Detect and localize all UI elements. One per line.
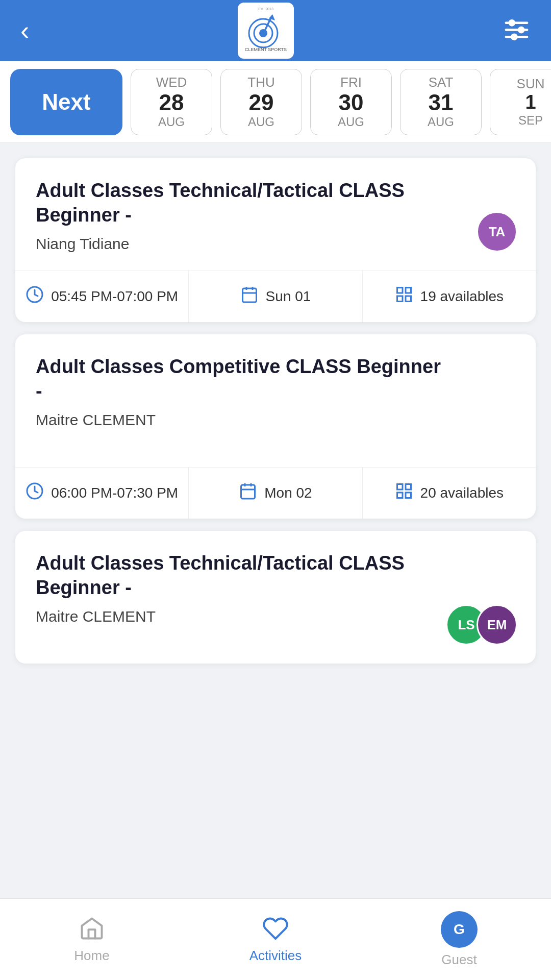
grid-icon-1	[395, 482, 413, 504]
nav-guest[interactable]: G Guest	[408, 911, 510, 968]
date-wed-28[interactable]: WED 28 AUG	[131, 69, 212, 135]
class-date-0: Sun 01	[189, 271, 362, 322]
class-title-0: Adult Classes Technical/Tactical CLASS B…	[36, 179, 443, 227]
svg-point-8	[510, 20, 514, 25]
avatar-group-2: LS EM	[456, 604, 517, 645]
guest-label: Guest	[441, 952, 477, 968]
class-available-0: 19 availables	[363, 271, 536, 322]
svg-point-12	[512, 34, 516, 39]
nav-home[interactable]: Home	[41, 915, 143, 964]
svg-rect-21	[406, 296, 411, 302]
svg-rect-28	[406, 484, 411, 490]
card-footer-0: 05:45 PM-07:00 PM Sun 01 19 availables	[15, 271, 536, 322]
calendar-icon-0	[240, 285, 259, 308]
class-time-0: 05:45 PM-07:00 PM	[15, 271, 189, 322]
home-label: Home	[74, 948, 109, 964]
class-date-1: Mon 02	[189, 468, 362, 519]
date-navigation: Next WED 28 AUG THU 29 AUG FRI 30 AUG SA…	[0, 61, 551, 143]
card-body-2: Adult Classes Technical/Tactical CLASS B…	[15, 531, 536, 664]
class-title-2: Adult Classes Technical/Tactical CLASS B…	[36, 551, 443, 600]
classes-list: Adult Classes Technical/Tactical CLASS B…	[0, 143, 551, 766]
svg-text:Est. 2013: Est. 2013	[258, 7, 273, 11]
svg-rect-23	[241, 485, 255, 499]
header: ‹ CLEMENT SPORTS Est. 2013	[0, 0, 551, 61]
class-instructor-0: Niang Tidiane	[36, 235, 515, 253]
clock-icon	[26, 285, 44, 308]
svg-rect-18	[397, 288, 403, 293]
grid-icon-0	[395, 285, 413, 308]
date-sat-31[interactable]: SAT 31 AUG	[400, 69, 482, 135]
avatar-group-0: TA	[477, 211, 517, 252]
bottom-navigation: Home Activities G Guest	[0, 898, 551, 980]
settings-icon[interactable]	[503, 16, 531, 46]
svg-rect-27	[397, 484, 403, 490]
svg-point-10	[519, 27, 523, 32]
svg-text:CLEMENT SPORTS: CLEMENT SPORTS	[245, 47, 287, 52]
date-fri-30[interactable]: FRI 30 AUG	[310, 69, 392, 135]
clock-icon-1	[26, 482, 44, 504]
logo-svg: CLEMENT SPORTS Est. 2013	[240, 5, 291, 56]
svg-rect-20	[397, 296, 403, 302]
card-footer-1: 06:00 PM-07:30 PM Mon 02 20 availables	[15, 467, 536, 519]
calendar-icon-1	[239, 482, 257, 504]
date-sun-1[interactable]: SUN 1 SEP	[490, 69, 551, 135]
svg-point-2	[259, 29, 267, 37]
card-body-1: Adult Classes Competitive CLASS Beginner…	[15, 334, 536, 467]
svg-rect-30	[406, 493, 411, 498]
class-card-1[interactable]: Adult Classes Competitive CLASS Beginner…	[15, 334, 536, 519]
date-thu-29[interactable]: THU 29 AUG	[220, 69, 302, 135]
avatar-ta: TA	[477, 211, 517, 252]
activities-icon	[262, 915, 289, 944]
card-body-0: Adult Classes Technical/Tactical CLASS B…	[15, 158, 536, 271]
next-button[interactable]: Next	[10, 69, 122, 135]
guest-avatar: G	[441, 911, 478, 948]
class-available-1: 20 availables	[363, 468, 536, 519]
class-card-2[interactable]: Adult Classes Technical/Tactical CLASS B…	[15, 531, 536, 664]
svg-rect-19	[406, 288, 411, 293]
home-icon	[79, 915, 105, 944]
activities-label: Activities	[249, 948, 302, 964]
class-time-1: 06:00 PM-07:30 PM	[15, 468, 189, 519]
class-instructor-2: Maitre CLEMENT	[36, 608, 515, 625]
nav-activities[interactable]: Activities	[224, 915, 327, 964]
back-button[interactable]: ‹	[20, 15, 29, 46]
class-instructor-1: Maitre CLEMENT	[36, 411, 515, 429]
avatar-em: EM	[477, 604, 517, 645]
svg-rect-29	[397, 493, 403, 498]
logo: CLEMENT SPORTS Est. 2013	[238, 3, 294, 59]
class-title-1: Adult Classes Competitive CLASS Beginner…	[36, 355, 443, 403]
svg-rect-14	[242, 288, 256, 302]
logo-circle: CLEMENT SPORTS Est. 2013	[238, 3, 294, 59]
class-card-0[interactable]: Adult Classes Technical/Tactical CLASS B…	[15, 158, 536, 322]
